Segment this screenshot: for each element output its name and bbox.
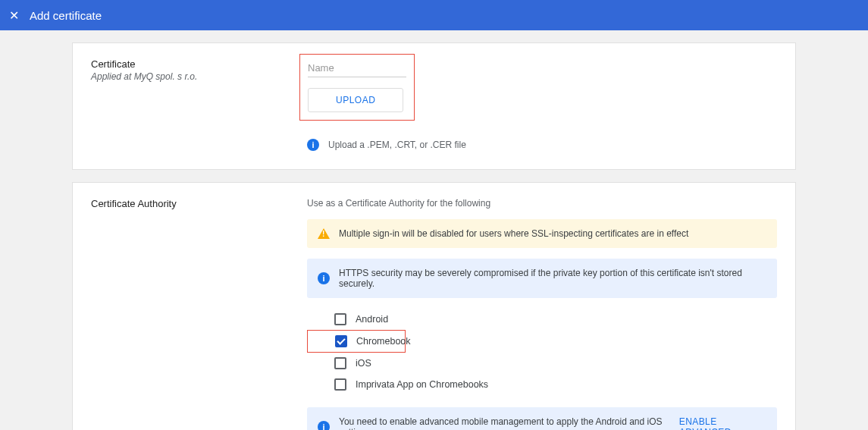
checkbox-label: Imprivata App on Chromebooks [356,379,488,390]
platform-checkbox-list: Android Chromebook iOS Imprivata App on … [307,309,777,395]
checkbox-label: Chromebook [356,336,411,347]
checkbox-chromebook[interactable] [335,335,347,347]
info-icon: i [318,272,330,284]
close-icon[interactable]: ✕ [9,8,19,23]
checkbox-row-chromebook[interactable]: Chromebook [307,330,406,353]
checkbox-label: iOS [356,358,371,369]
checkbox-android[interactable] [334,313,346,325]
upload-hint-text: Upload a .PEM, .CRT, or .CER file [328,140,466,150]
upload-button[interactable]: UPLOAD [308,88,403,112]
enable-advanced-text: You need to enable advanced mobile manag… [339,416,679,430]
info-banner: i HTTPS security may be severely comprom… [307,259,777,298]
ca-section-title: Certificate Authority [91,198,307,209]
warning-text: Multiple sign-in will be disabled for us… [339,228,688,239]
warning-banner: Multiple sign-in will be disabled for us… [307,219,777,248]
checkbox-ios[interactable] [334,357,346,369]
info-text: HTTPS security may be severely compromis… [339,268,766,289]
ca-subtitle: Use as a Certificate Authority for the f… [307,198,777,209]
checkbox-label: Android [356,314,388,325]
dialog-title: Add certificate [30,9,102,22]
certificate-applied-at: Applied at MyQ spol. s r.o. [91,71,307,82]
certificate-authority-card: Certificate Authority Use as a Certifica… [72,182,796,430]
certificate-section-title: Certificate [91,58,307,70]
warning-icon [318,228,330,239]
enable-advanced-banner: i You need to enable advanced mobile man… [307,407,777,430]
enable-advanced-button[interactable]: ENABLE ADVANCED [679,416,766,430]
checkbox-row-ios[interactable]: iOS [307,353,777,374]
dialog-header: ✕ Add certificate [0,0,868,30]
upload-hint: i Upload a .PEM, .CRT, or .CER file [307,139,777,151]
checkbox-row-imprivata[interactable]: Imprivata App on Chromebooks [307,374,777,395]
content-area: Certificate Applied at MyQ spol. s r.o. … [0,30,868,430]
info-icon: i [307,139,319,151]
certificate-name-input[interactable] [308,59,406,77]
upload-area-highlight: UPLOAD [299,54,415,121]
info-icon: i [318,421,330,430]
checkbox-row-android[interactable]: Android [307,309,777,330]
checkbox-imprivata[interactable] [334,378,346,391]
certificate-card: Certificate Applied at MyQ spol. s r.o. … [72,42,796,170]
